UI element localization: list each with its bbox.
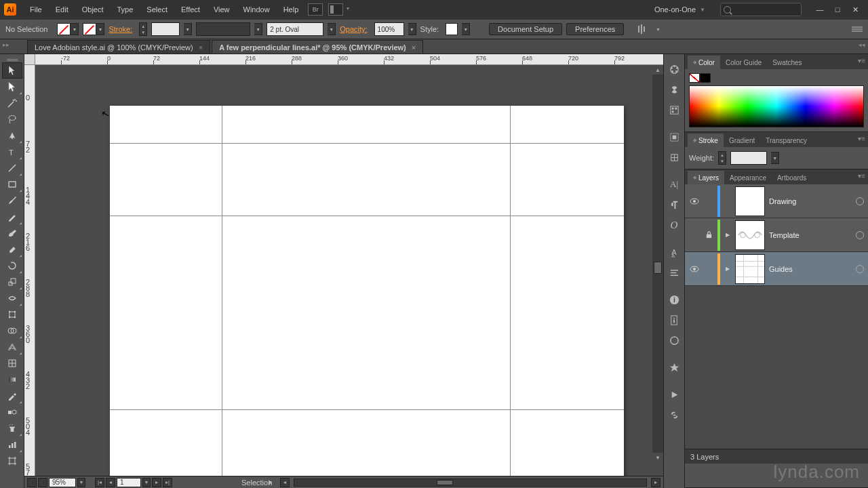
type-tool[interactable]: T [2, 144, 22, 160]
align-to-icon[interactable] [637, 23, 650, 35]
status-icon-2[interactable] [38, 478, 47, 487]
magic-wand-tool[interactable] [2, 95, 22, 111]
lasso-tool[interactable] [2, 111, 22, 127]
vscroll-thumb[interactable] [654, 262, 662, 274]
artboard-nav-dd[interactable]: ▼ [142, 478, 151, 487]
layer-visibility-toggle[interactable] [689, 230, 700, 241]
artboard-nav-field[interactable]: 1 [117, 478, 141, 487]
status-icon[interactable] [27, 478, 37, 487]
tab-layers[interactable]: Layers [688, 171, 724, 184]
graphic-style-swatch[interactable] [446, 23, 458, 35]
brush-field[interactable]: 2 pt. Oval [267, 22, 323, 36]
close-button[interactable]: ✕ [846, 3, 864, 16]
layer-row[interactable]: ▶Guides [685, 252, 868, 286]
char-styles-panel-icon[interactable]: AA [665, 243, 683, 261]
transform-panel-icon[interactable] [665, 148, 683, 166]
layer-expand-arrow[interactable]: ▶ [724, 232, 731, 238]
actions-panel-icon[interactable] [665, 386, 683, 403]
stroke-weight-stepper[interactable]: ▲▼ [139, 22, 147, 36]
doc-info-panel-icon[interactable] [665, 311, 683, 329]
panel-menu-icon[interactable]: ▾≡ [858, 57, 865, 64]
tab-close-icon[interactable]: × [199, 43, 203, 52]
stroke-swatch[interactable] [83, 23, 96, 35]
column-graph-tool[interactable] [2, 436, 22, 453]
opentype-panel-icon[interactable]: O [665, 216, 683, 234]
gradient-tool[interactable] [2, 371, 22, 388]
hscroll-right-button[interactable]: ▸ [651, 478, 660, 487]
layer-name[interactable]: Guides [769, 265, 852, 273]
controlbar-collapse-icon[interactable] [852, 26, 863, 33]
horizontal-scrollbar[interactable] [294, 479, 647, 487]
layer-visibility-toggle[interactable] [689, 196, 700, 207]
layer-lock-toggle[interactable] [704, 197, 713, 206]
layer-row[interactable]: Drawing [685, 184, 868, 218]
eraser-tool[interactable] [2, 241, 22, 258]
menu-file[interactable]: File [23, 0, 49, 19]
info-panel-icon[interactable]: i [665, 291, 683, 308]
menu-edit[interactable]: Edit [49, 0, 75, 19]
ruler-origin[interactable] [24, 54, 35, 65]
stroke-weight-field[interactable] [151, 22, 180, 36]
artboard-tool[interactable] [2, 453, 22, 469]
stroke-profile-field[interactable] [196, 22, 250, 36]
bridge-icon[interactable]: Br [308, 3, 323, 16]
mesh-tool[interactable] [2, 355, 22, 371]
expand-panels-left-icon[interactable]: ▸▸ [3, 41, 9, 48]
tab-stroke[interactable]: Stroke [688, 134, 724, 147]
paintbrush-tool[interactable] [2, 192, 22, 209]
next-artboard-button[interactable]: ▸ [152, 478, 161, 487]
width-tool[interactable] [2, 290, 22, 306]
tab-transparency[interactable]: Transparency [760, 134, 812, 147]
layer-name[interactable]: Template [769, 231, 852, 239]
menu-select[interactable]: Select [140, 0, 174, 19]
brushes-panel-icon[interactable] [665, 101, 683, 119]
expand-panels-right-icon[interactable]: ◂◂ [859, 41, 865, 48]
panel-menu-icon[interactable]: ▾≡ [858, 135, 865, 142]
color-spectrum[interactable] [689, 85, 864, 127]
fill-swatch[interactable] [57, 23, 71, 35]
toolbox-grip[interactable] [0, 57, 24, 62]
tab-color[interactable]: Color [688, 56, 720, 69]
layer-lock-toggle[interactable] [704, 230, 713, 240]
arrange-documents-icon[interactable] [328, 3, 343, 16]
direct-selection-tool[interactable] [2, 79, 22, 95]
search-input[interactable] [720, 3, 802, 16]
blob-brush-tool[interactable] [2, 225, 22, 241]
preferences-button[interactable]: Preferences [566, 23, 624, 35]
panel-menu-icon[interactable]: ▾≡ [858, 172, 865, 180]
layer-visibility-toggle[interactable] [689, 264, 700, 274]
fill-dropdown[interactable]: ▼ [71, 23, 79, 35]
symbols-panel-icon[interactable] [665, 81, 683, 98]
eyedropper-tool[interactable] [2, 388, 22, 404]
recolor-icon[interactable] [665, 60, 683, 78]
flattener-panel-icon[interactable] [665, 359, 683, 376]
stroke-dropdown[interactable]: ▼ [96, 23, 104, 35]
rectangle-tool[interactable] [2, 176, 22, 192]
para-styles-panel-icon[interactable] [665, 264, 683, 281]
fill-black-swatch[interactable] [700, 73, 711, 83]
align-dd[interactable]: ▼ [654, 23, 662, 35]
rotate-tool[interactable] [2, 258, 22, 274]
selection-tool[interactable] [2, 62, 22, 79]
align-panel-icon[interactable] [665, 128, 683, 146]
prev-artboard-button[interactable]: ◂ [106, 478, 115, 487]
menu-view[interactable]: View [207, 0, 237, 19]
weight-dd[interactable]: ▼ [771, 152, 779, 164]
menu-help[interactable]: Help [277, 0, 306, 19]
horizontal-ruler[interactable]: -72072144216288360432504576648720792 [35, 54, 663, 65]
layer-target-icon[interactable] [856, 265, 864, 273]
layer-expand-arrow[interactable]: ▶ [724, 266, 731, 272]
layer-target-icon[interactable] [856, 197, 864, 205]
stroke-weight-dd[interactable]: ▼ [184, 23, 192, 35]
pencil-tool[interactable] [2, 209, 22, 225]
tab-appearance[interactable]: Appearance [724, 171, 772, 184]
hscroll-thumb[interactable] [437, 480, 453, 485]
minimize-button[interactable]: — [811, 3, 829, 16]
document-tab[interactable]: Love Adobian style.ai @ 100% (CMYK/Previ… [27, 40, 210, 54]
opacity-field[interactable]: 100% [374, 22, 404, 36]
attributes-panel-icon[interactable] [665, 331, 683, 349]
zoom-dd[interactable]: ▼ [77, 478, 85, 487]
hscroll-left-button[interactable]: ◂ [280, 478, 290, 487]
line-tool[interactable] [2, 160, 22, 176]
layer-name[interactable]: Drawing [769, 197, 852, 205]
